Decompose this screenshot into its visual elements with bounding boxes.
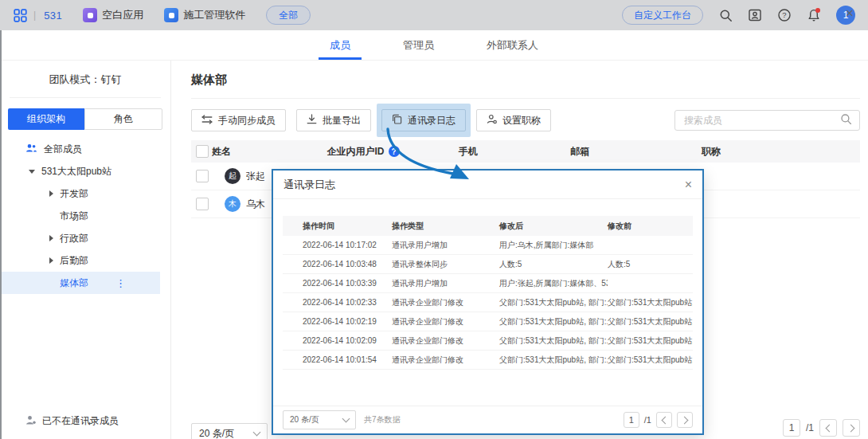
member-table-header: 姓名 企业内用户ID ? 手机 邮箱 职称 (191, 140, 860, 163)
log-time: 2022-06-14 10:02:19 (283, 317, 392, 326)
top-bar: | 531 空白应用 施工管理软件 全部 自定义工作台 (0, 0, 868, 30)
avatar: 起 (225, 168, 240, 184)
help-icon[interactable]: ? (777, 8, 792, 22)
construction-app-icon (164, 8, 178, 22)
row-checkbox[interactable] (196, 198, 209, 210)
workbench-grid-icon[interactable] (13, 8, 27, 22)
tree-item-logistics-dept[interactable]: 后勤部 (0, 249, 170, 272)
log-type: 通讯录用户增加 (392, 240, 499, 251)
tab-admins[interactable]: 管理员 (389, 30, 448, 60)
tab-external-contacts[interactable]: 外部联系人 (472, 30, 553, 60)
tree-item-label: 媒体部 (60, 276, 88, 290)
role-tab[interactable]: 角色 (84, 108, 162, 130)
log-time: 2022-06-14 10:03:48 (283, 260, 392, 268)
app-tab-construction[interactable]: 施工管理软件 (164, 8, 245, 22)
batch-export-button[interactable]: 批量导出 (296, 109, 371, 131)
col-after: 修改后 (499, 221, 608, 232)
log-after: 用户:张起,所属部门:媒体部、53... (499, 278, 608, 289)
col-op-time: 操作时间 (283, 221, 392, 232)
workspace-id[interactable]: 531 (44, 10, 62, 22)
not-in-contacts-link[interactable]: 已不在通讯录成员 (25, 414, 119, 428)
modal-header: 通讯录日志 × (273, 171, 702, 199)
prev-page-button[interactable] (819, 419, 837, 437)
search-icon[interactable] (718, 8, 733, 22)
log-table: 操作时间 操作类型 修改后 修改前 2022-06-14 10:17:02 通讯… (283, 216, 693, 370)
download-icon (307, 114, 317, 127)
contact-log-button[interactable]: 通讯录日志 (381, 109, 466, 131)
log-row: 2022-06-14 10:17:02 通讯录用户增加 用户:乌木,所属部门:媒… (283, 236, 693, 255)
tree-item-dev-dept[interactable]: 开发部 (0, 182, 170, 205)
log-icon (392, 114, 402, 127)
log-type: 通讯录企业部门修改 (392, 297, 499, 308)
caret-down-icon[interactable] (29, 170, 35, 174)
notification-bell-icon[interactable] (807, 8, 821, 22)
page-pagination: 1 /1 (783, 419, 860, 437)
tree-item-label: 行政部 (60, 232, 88, 245)
log-time: 2022-06-14 10:17:02 (283, 241, 392, 249)
page-size-value: 20 条/页 (199, 427, 234, 439)
caret-right-icon[interactable] (49, 235, 53, 241)
manual-sync-label: 手动同步成员 (218, 114, 276, 127)
click-highlight: 通讯录日志 (377, 104, 471, 137)
modal-next-page-button[interactable] (677, 412, 693, 428)
tree-item-media-dept[interactable]: 媒体部 ⋮ (0, 272, 160, 294)
contact-log-label: 通讯录日志 (408, 114, 456, 127)
set-job-title-button[interactable]: 设置职称 (476, 109, 551, 131)
select-all-checkbox[interactable] (196, 145, 209, 158)
filter-all-pill[interactable]: 全部 (266, 6, 311, 25)
log-row: 2022-06-14 10:02:09 通讯录企业部门修改 父部门:531大太阳… (283, 331, 693, 351)
more-actions-icon[interactable]: ⋮ (115, 277, 127, 289)
chevron-left-icon (825, 424, 833, 432)
caret-right-icon[interactable] (49, 190, 53, 197)
page-size-select[interactable]: 20 条/页 (191, 423, 268, 439)
log-table-header: 操作时间 操作类型 修改后 修改前 (283, 216, 693, 236)
org-structure-tab[interactable]: 组织架构 (8, 108, 84, 130)
chevron-down-icon (253, 429, 261, 437)
row-checkbox[interactable] (196, 170, 209, 182)
tree-item-label: 开发部 (60, 187, 88, 201)
contact-book-icon[interactable] (748, 8, 762, 22)
tree-item-root-station[interactable]: 531大太阳pub站 (0, 160, 170, 182)
close-icon[interactable]: × (846, 6, 854, 22)
customize-workbench-button[interactable]: 自定义工作台 (622, 6, 703, 25)
log-row: 2022-06-14 10:03:39 通讯录用户增加 用户:张起,所属部门:媒… (283, 274, 693, 293)
log-after: 父部门:531大太阳pub站, 部门:... (499, 297, 608, 308)
modal-page-size-select[interactable]: 20 条/页 (283, 410, 356, 429)
people-icon (25, 143, 37, 155)
log-row: 2022-06-14 10:02:33 通讯录企业部门修改 父部门:531大太阳… (283, 293, 693, 312)
log-before: 父部门:531大太阳pub站, 部门:... (608, 335, 693, 347)
close-icon[interactable]: × (685, 178, 692, 192)
modal-total-count: 共7条数据 (364, 414, 401, 425)
col-name: 姓名 (212, 145, 268, 159)
modal-footer: 20 条/页 共7条数据 1 /1 (273, 406, 702, 433)
app-tab-blank[interactable]: 空白应用 (83, 8, 143, 22)
search-icon[interactable] (840, 113, 852, 128)
col-email: 邮箱 (570, 145, 702, 159)
top-bar-right: 自定义工作台 ? 1 (622, 6, 855, 25)
tab-members[interactable]: 成员 (315, 30, 365, 60)
log-before: 人数:5 (608, 259, 693, 270)
manual-sync-button[interactable]: 手动同步成员 (191, 109, 286, 131)
help-question-icon[interactable]: ? (389, 146, 400, 157)
svg-text:?: ? (782, 10, 786, 19)
search-member-box[interactable] (674, 110, 860, 131)
page-title: 媒体部 (191, 61, 860, 99)
page-tab-bar: 成员 管理员 外部联系人 (0, 30, 868, 61)
contact-log-modal: 通讯录日志 × 操作时间 操作类型 修改后 修改前 2022-06-14 10:… (272, 169, 704, 435)
next-page-button[interactable] (843, 419, 860, 437)
log-before: 父部门:531大太阳pub站, 部门:... (608, 316, 693, 327)
notification-badge (815, 8, 820, 13)
modal-current-page-box[interactable]: 1 (624, 412, 639, 428)
search-member-input[interactable] (682, 114, 840, 127)
caret-right-icon[interactable] (49, 257, 53, 264)
current-page-box[interactable]: 1 (783, 419, 800, 437)
total-pages-label: /1 (806, 422, 814, 433)
log-row: 2022-06-14 10:01:54 通讯录企业部门修改 父部门:531大太阳… (283, 351, 693, 370)
tree-item-all-members[interactable]: 全部成员 (0, 138, 170, 160)
log-after: 父部门:531大太阳pub站, 部门:... (499, 316, 608, 327)
person-gear-icon (487, 114, 497, 127)
modal-prev-page-button[interactable] (656, 412, 672, 428)
tree-item-market-dept[interactable]: 市场部 (0, 205, 170, 227)
tree-item-admin-dept[interactable]: 行政部 (0, 227, 170, 249)
set-job-title-label: 设置职称 (502, 114, 541, 127)
